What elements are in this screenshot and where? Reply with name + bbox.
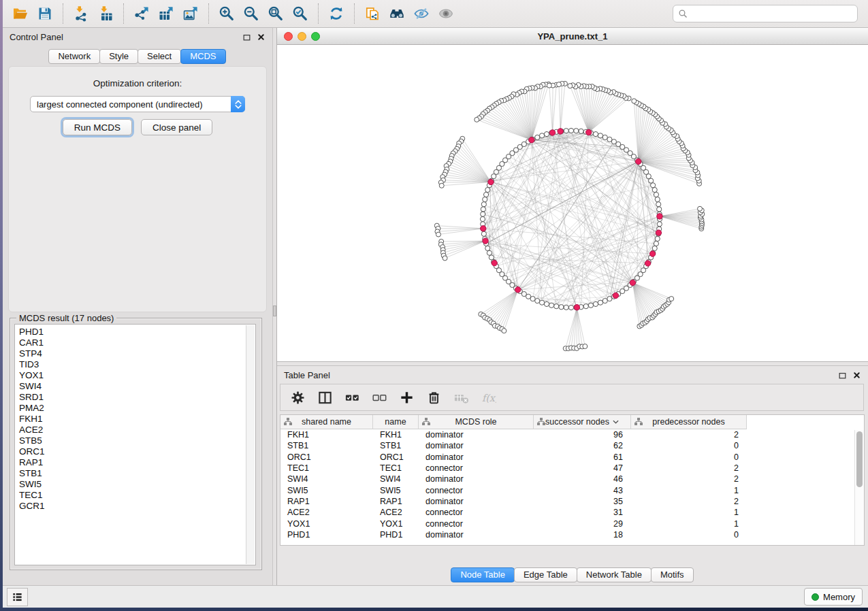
result-list-item[interactable]: YOX1 [19, 370, 255, 381]
graph-node[interactable] [544, 301, 549, 306]
graph-node[interactable] [492, 260, 497, 265]
zoom-selected-button[interactable] [288, 3, 312, 24]
table-cell[interactable]: PHD1 [373, 530, 419, 540]
graph-node[interactable] [655, 236, 660, 241]
graph-node[interactable] [656, 202, 661, 207]
graph-node[interactable] [483, 197, 487, 201]
table-cell[interactable]: dominator [419, 441, 534, 450]
graph-node[interactable] [564, 305, 568, 310]
close-table-panel-icon[interactable] [852, 371, 861, 380]
graph-node[interactable] [487, 250, 492, 255]
graph-node[interactable] [515, 287, 521, 293]
graph-node[interactable] [583, 344, 588, 349]
memory-button[interactable]: Memory [804, 588, 863, 606]
graph-node[interactable] [483, 238, 488, 244]
graph-node[interactable] [539, 133, 544, 138]
table-cell[interactable]: FKH1 [280, 430, 373, 440]
tab-motifs[interactable]: Motifs [651, 567, 694, 582]
graph-node[interactable] [602, 135, 607, 139]
table-cell[interactable]: ORC1 [280, 452, 373, 462]
table-scrollbar-thumb[interactable] [856, 431, 863, 487]
graph-node[interactable] [568, 128, 573, 133]
tab-network[interactable]: Network [48, 49, 100, 64]
horizontal-splitter[interactable] [277, 361, 868, 366]
new-network-from-selection-button[interactable] [360, 3, 385, 24]
open-file-button[interactable] [8, 3, 33, 24]
graph-node[interactable] [579, 129, 583, 133]
graph-node[interactable] [652, 187, 657, 192]
settings-gear-button[interactable] [290, 390, 306, 406]
save-session-button[interactable] [33, 3, 57, 24]
run-mcds-button[interactable]: Run MCDS [63, 119, 132, 135]
table-cell[interactable]: connector [419, 463, 534, 473]
table-cell[interactable]: dominator [419, 430, 534, 440]
table-cell[interactable]: STB1 [280, 441, 373, 450]
result-list-item[interactable]: STB5 [19, 435, 255, 446]
toggle-columns-button[interactable] [317, 390, 333, 406]
graph-node[interactable] [483, 192, 488, 197]
result-list-item[interactable]: SWI4 [19, 381, 255, 392]
table-cell[interactable]: 46 [534, 474, 631, 484]
graph-node[interactable] [530, 297, 535, 301]
graph-node[interactable] [480, 216, 485, 221]
export-image-button[interactable] [178, 3, 203, 24]
table-cell[interactable]: 0 [631, 441, 747, 450]
tab-network-table[interactable]: Network Table [577, 567, 652, 582]
tab-mcds[interactable]: MCDS [180, 49, 225, 64]
table-cell[interactable]: 2 [631, 474, 747, 484]
table-cell[interactable]: connector [419, 486, 534, 495]
table-cell[interactable]: ACE2 [373, 508, 419, 517]
table-cell[interactable]: 43 [534, 486, 631, 495]
hide-selected-button[interactable] [409, 3, 434, 24]
graph-node[interactable] [443, 256, 447, 261]
graph-node[interactable] [549, 130, 555, 135]
graph-node[interactable] [632, 99, 637, 103]
result-list-item[interactable]: STP4 [19, 348, 255, 359]
graph-node[interactable] [657, 207, 662, 212]
maximize-window-icon[interactable] [311, 32, 320, 41]
zoom-fit-button[interactable] [263, 3, 288, 24]
graph-node[interactable] [630, 280, 635, 285]
result-list-item[interactable]: TID3 [19, 359, 255, 370]
table-cell[interactable]: RAP1 [280, 497, 373, 506]
graph-node[interactable] [656, 230, 661, 235]
graph-node[interactable] [502, 329, 507, 333]
select-all-columns-button[interactable] [344, 390, 360, 406]
table-cell[interactable]: 62 [534, 441, 631, 450]
delete-column-button[interactable] [426, 390, 442, 406]
graph-node[interactable] [539, 300, 544, 305]
result-list-item[interactable]: SRD1 [19, 392, 255, 403]
float-panel-icon[interactable] [242, 33, 251, 42]
first-neighbors-button[interactable] [385, 3, 409, 24]
graph-node[interactable] [564, 129, 568, 133]
graph-node[interactable] [481, 207, 485, 212]
table-cell[interactable]: SWI4 [373, 474, 419, 484]
graph-node[interactable] [574, 305, 579, 310]
graph-node[interactable] [559, 305, 564, 310]
result-list-item[interactable]: STB1 [19, 468, 255, 479]
graph-node[interactable] [481, 202, 486, 207]
graph-node[interactable] [655, 197, 660, 201]
graph-node[interactable] [568, 305, 573, 310]
close-window-icon[interactable] [284, 32, 293, 41]
graph-node[interactable] [613, 293, 618, 298]
graph-node[interactable] [669, 297, 674, 301]
graph-node[interactable] [481, 231, 486, 236]
graph-node[interactable] [549, 303, 553, 308]
table-cell[interactable]: 31 [534, 508, 631, 517]
graph-node[interactable] [636, 159, 641, 164]
graph-node[interactable] [649, 251, 655, 257]
graph-node[interactable] [436, 232, 440, 237]
graph-node[interactable] [556, 82, 561, 87]
table-cell[interactable]: 0 [631, 452, 747, 462]
table-cell[interactable]: TEC1 [280, 463, 373, 473]
result-list-item[interactable]: CAR1 [19, 337, 255, 348]
graph-node[interactable] [481, 226, 486, 231]
table-cell[interactable]: 29 [534, 519, 631, 529]
result-list-item[interactable]: GCR1 [19, 501, 255, 512]
graph-node[interactable] [485, 187, 490, 192]
graph-node[interactable] [651, 183, 656, 188]
result-list-item[interactable]: SWI5 [19, 479, 255, 490]
graph-node[interactable] [588, 303, 593, 308]
graph-node[interactable] [574, 129, 579, 133]
